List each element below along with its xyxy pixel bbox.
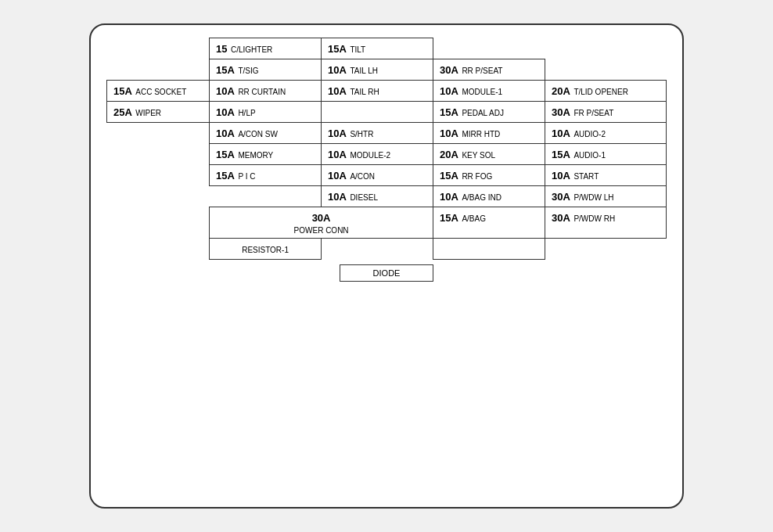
fuse-amp: 25A [113,106,132,118]
fuse-amp: 15A [216,64,235,76]
fuse-cell: 15A TILT [322,38,433,59]
fuse-label: A/CON SW [238,130,278,138]
fuse-amp: 10A [216,128,235,139]
fuse-amp: 30A [552,212,570,224]
fuse-row: 15A ACC SOCKET 10A RR CURTAIN 10A TAIL R… [107,81,667,102]
fuse-label: RR FOG [462,172,492,181]
fuse-label: MEMORY [238,151,273,160]
fuse-label: A/CON [350,172,375,181]
fuse-label: PEDAL ADJ [462,109,504,117]
fuse-row: 15A T/SIG 10A TAIL LH 30A RR P/SEAT [107,59,667,81]
fuse-diagram: 15 C/LIGHTER 15A TILT 15A T/SIG 10A [89,23,684,509]
fuse-amp: 10A [216,106,235,118]
fuse-amp: 10A [440,191,458,203]
fuse-amp: 30A [440,64,458,76]
fuse-label: A/BAG [462,214,486,223]
fuse-amp: 10A [328,128,347,139]
fuse-label: WIPER [135,109,161,117]
fuse-amp: 10A [216,85,235,97]
fuse-amp: 20A [552,85,570,97]
diode-row: DIODE [106,264,667,282]
fuse-amp: 15A [552,149,570,160]
fuse-label: FR P/SEAT [573,109,613,117]
fuse-amp: 30A [312,212,331,224]
fuse-amp: 10A [440,85,458,97]
fuse-row: 15 C/LIGHTER 15A TILT [107,38,667,59]
fuse-amp: 15A [216,149,235,160]
fuse-label: P/WDW LH [573,193,613,202]
fuse-label: DIESEL [350,193,378,202]
fuse-label: T/LID OPENER [573,88,627,96]
fuse-label: RR P/SEAT [462,66,502,75]
fuse-amp: 30A [552,191,570,203]
fuse-amp: 10A [440,128,458,139]
fuse-cell: 15 C/LIGHTER [210,38,322,59]
fuse-amp: 15A [113,85,132,97]
fuse-amp: 10A [552,170,570,182]
fuse-row: 15A P I C 10A A/CON 15A RR FOG 10A START [107,165,667,186]
fuse-label: C/LIGHTER [231,45,272,54]
diode-label: DIODE [373,268,401,278]
fuse-amp: 10A [328,85,347,97]
fuse-amp: 10A [328,191,347,203]
fuse-label: A/BAG IND [462,193,502,202]
fuse-label: P/WDW RH [573,214,615,223]
fuse-amp: 10A [328,64,347,76]
fuse-label: RR CURTAIN [238,88,286,96]
fuse-label: TAIL LH [350,66,378,75]
fuse-label: AUDIO-1 [573,151,606,160]
fuse-label: AUDIO-2 [573,130,606,138]
fuse-amp: 15A [440,212,458,224]
fuse-amp: 10A [552,128,570,139]
fuse-table: 15 C/LIGHTER 15A TILT 15A T/SIG 10A [106,38,667,260]
fuse-label: ACC SOCKET [135,88,186,96]
fuse-label: P I C [238,172,255,181]
diode-cell: DIODE [340,264,433,282]
fuse-amp: 15A [328,43,347,55]
fuse-row: 30A POWER CONN 15A A/BAG 30A P/WDW RH [107,207,667,239]
fuse-row: 15A MEMORY 10A MODULE-2 20A KEY SOL 15A … [107,144,667,165]
fuse-label: START [573,172,599,181]
fuse-label: H/LP [238,109,255,117]
fuse-row: 10A A/CON SW 10A S/HTR 10A MIRR HTD 10A … [107,123,667,144]
fuse-amp: 15A [216,170,235,182]
fuse-amp: 15A [440,170,458,182]
fuse-amp: 20A [440,149,458,160]
fuse-amp: 30A [552,106,570,118]
fuse-label: POWER CONN [216,226,426,235]
fuse-row: 10A DIESEL 10A A/BAG IND 30A P/WDW LH [107,186,667,207]
fuse-label: MIRR HTD [462,130,500,138]
fuse-amp: 15 [216,43,227,55]
fuse-label: TAIL RH [350,88,379,96]
fuse-amp: 10A [328,170,347,182]
fuse-row: RESISTOR-1 [107,239,667,260]
fuse-row: 25A WIPER 10A H/LP 15A PEDAL ADJ 30A FR … [107,102,667,123]
fuse-label: T/SIG [238,66,258,75]
fuse-label: MODULE-1 [462,88,502,96]
fuse-label: RESISTOR-1 [242,246,289,254]
fuse-label: KEY SOL [462,151,495,160]
fuse-label: S/HTR [350,130,373,138]
fuse-label: MODULE-2 [350,151,390,160]
fuse-label: TILT [350,45,365,54]
fuse-amp: 15A [440,106,458,118]
fuse-amp: 10A [328,149,347,160]
